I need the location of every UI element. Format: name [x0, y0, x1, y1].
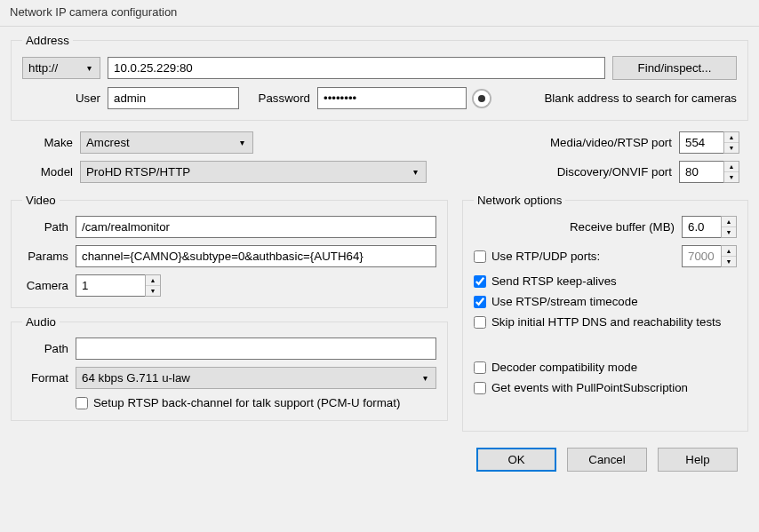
video-params-input[interactable] [76, 245, 436, 267]
video-params-label: Params [22, 250, 68, 263]
user-label: User [22, 91, 100, 105]
password-reveal-toggle[interactable] [474, 91, 490, 107]
audio-format-label: Format [22, 371, 68, 385]
network-options-group: Network options Receive buffer (MB) ▲▼ U… [462, 194, 748, 432]
chevron-down-icon: ▾ [235, 138, 249, 147]
spin-up-icon[interactable]: ▲ [724, 132, 739, 143]
compat-checkbox[interactable] [474, 361, 486, 374]
rtp-port-input [682, 245, 721, 267]
address-input[interactable] [108, 57, 605, 79]
pullpoint-checkbox-label[interactable]: Get events with PullPointSubscription [474, 381, 688, 394]
audio-path-label: Path [22, 342, 68, 355]
spin-down-icon[interactable]: ▼ [724, 143, 739, 153]
pullpoint-text: Get events with PullPointSubscription [491, 381, 688, 394]
skipdns-checkbox[interactable] [474, 316, 486, 329]
timecode-text: Use RTSP/stream timecode [491, 295, 638, 308]
camera-input[interactable] [76, 274, 145, 297]
spin-up-icon[interactable]: ▲ [146, 275, 160, 286]
make-dropdown[interactable]: Amcrest ▾ [80, 131, 253, 154]
skipdns-text: Skip initial HTTP DNS and reachability t… [491, 315, 721, 329]
network-options-legend: Network options [474, 194, 565, 207]
model-value: ProHD RTSP/HTTP [86, 165, 190, 179]
ok-button[interactable]: OK [476, 448, 556, 472]
recv-buffer-label: Receive buffer (MB) [570, 220, 675, 234]
rtsp-port-label: Media/video/RTSP port [550, 136, 672, 149]
video-path-label: Path [22, 220, 68, 234]
make-value: Amcrest [86, 136, 130, 149]
spin-down-icon[interactable]: ▼ [724, 172, 739, 182]
video-path-input[interactable] [76, 216, 436, 238]
backchannel-checkbox[interactable] [76, 397, 88, 409]
password-label: Password [246, 91, 310, 105]
audio-group: Audio Path Format 64 kbps G.711 u-law ▾ … [11, 315, 448, 421]
audio-format-value: 64 kbps G.711 u-law [82, 371, 190, 385]
dialog-buttons: OK Cancel Help [7, 435, 752, 472]
audio-legend: Audio [22, 315, 60, 329]
blank-hint-text: Blank address to search for cameras [544, 91, 737, 105]
window-titlebar: Network IP camera configuration [0, 0, 759, 27]
audio-path-input[interactable] [76, 337, 436, 360]
backchannel-text: Setup RTSP back-channel for talk support… [93, 396, 400, 409]
keepalive-checkbox[interactable] [474, 275, 486, 288]
chevron-down-icon: ▾ [82, 63, 96, 73]
make-label: Make [20, 136, 73, 149]
compat-checkbox-label[interactable]: Decoder compatibility mode [474, 361, 637, 374]
eye-icon [478, 95, 485, 102]
timecode-checkbox-label[interactable]: Use RTSP/stream timecode [474, 295, 638, 308]
scheme-value: http:// [28, 61, 58, 75]
rtsp-port-stepper[interactable]: ▲▼ [679, 131, 739, 154]
model-label: Model [20, 165, 73, 179]
spin-up-icon: ▲ [722, 246, 736, 257]
password-input[interactable] [317, 87, 467, 109]
model-dropdown[interactable]: ProHD RTSP/HTTP ▾ [80, 161, 427, 183]
pullpoint-checkbox[interactable] [474, 382, 486, 394]
chevron-down-icon: ▾ [408, 167, 422, 177]
use-rtp-checkbox-label[interactable]: Use RTP/UDP ports: [474, 250, 600, 263]
user-input[interactable] [108, 87, 239, 109]
cancel-button[interactable]: Cancel [567, 448, 647, 472]
compat-text: Decoder compatibility mode [491, 361, 637, 374]
use-rtp-checkbox[interactable] [474, 250, 486, 263]
spin-up-icon[interactable]: ▲ [722, 217, 736, 227]
audio-format-dropdown[interactable]: 64 kbps G.711 u-law ▾ [76, 367, 436, 389]
rtp-port-stepper[interactable]: ▲▼ [682, 245, 737, 267]
window-title: Network IP camera configuration [10, 5, 177, 19]
backchannel-checkbox-label[interactable]: Setup RTSP back-channel for talk support… [76, 396, 400, 409]
onvif-port-input[interactable] [679, 161, 723, 183]
help-button[interactable]: Help [658, 448, 738, 472]
spin-up-icon[interactable]: ▲ [724, 162, 739, 172]
rtsp-port-input[interactable] [679, 131, 723, 154]
find-inspect-button[interactable]: Find/inspect... [612, 56, 737, 80]
video-group: Video Path Params Camera ▲▼ [11, 194, 448, 308]
spin-down-icon: ▼ [722, 257, 736, 266]
camera-stepper[interactable]: ▲▼ [76, 274, 161, 297]
address-legend: Address [22, 34, 73, 47]
video-camera-label: Camera [22, 279, 68, 292]
video-legend: Video [22, 194, 60, 207]
timecode-checkbox[interactable] [474, 296, 486, 308]
onvif-port-stepper[interactable]: ▲▼ [679, 161, 739, 183]
address-group: Address http:// ▾ Find/inspect... User P… [11, 34, 748, 121]
onvif-port-label: Discovery/ONVIF port [557, 165, 672, 179]
spin-down-icon[interactable]: ▼ [722, 227, 736, 237]
recv-buffer-stepper[interactable]: ▲▼ [682, 216, 737, 238]
skipdns-checkbox-label[interactable]: Skip initial HTTP DNS and reachability t… [474, 315, 721, 329]
keepalive-text: Send RTSP keep-alives [491, 274, 617, 288]
keepalive-checkbox-label[interactable]: Send RTSP keep-alives [474, 274, 617, 288]
scheme-dropdown[interactable]: http:// ▾ [22, 57, 100, 79]
spin-down-icon[interactable]: ▼ [146, 286, 160, 296]
recv-buffer-input[interactable] [682, 216, 721, 238]
chevron-down-icon: ▾ [418, 373, 432, 383]
use-rtp-text: Use RTP/UDP ports: [491, 250, 600, 263]
